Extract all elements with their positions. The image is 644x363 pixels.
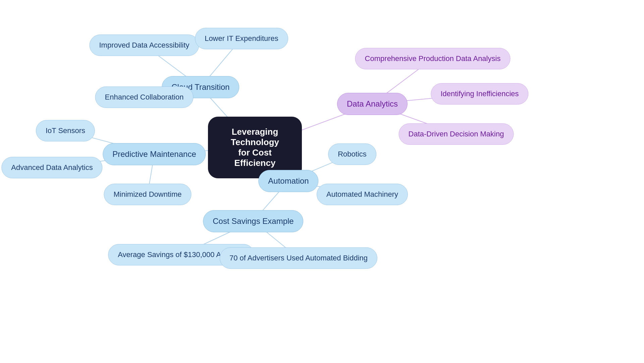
cost-savings-example-node[interactable]: Cost Savings Example	[203, 210, 303, 232]
center-node[interactable]: Leveraging Technology for Cost Efficienc…	[208, 117, 302, 178]
data-analytics-node[interactable]: Data Analytics	[337, 93, 408, 115]
automation-node[interactable]: Automation	[258, 170, 318, 192]
predictive-maintenance-node[interactable]: Predictive Maintenance	[103, 143, 206, 165]
iot-sensors-node[interactable]: IoT Sensors	[36, 120, 95, 141]
comprehensive-production-node[interactable]: Comprehensive Production Data Analysis	[355, 48, 511, 69]
automated-bidding-node[interactable]: 70 of Advertisers Used Automated Bidding	[220, 247, 377, 269]
minimized-downtime-node[interactable]: Minimized Downtime	[104, 184, 192, 205]
automated-machinery-node[interactable]: Automated Machinery	[317, 184, 408, 205]
robotics-node[interactable]: Robotics	[328, 143, 376, 165]
improved-data-accessibility-node[interactable]: Improved Data Accessibility	[90, 35, 199, 56]
data-driven-decision-node[interactable]: Data-Driven Decision Making	[399, 123, 514, 145]
identifying-inefficiencies-node[interactable]: Identifying Inefficiencies	[431, 83, 528, 105]
enhanced-collaboration-node[interactable]: Enhanced Collaboration	[95, 86, 194, 108]
advanced-data-analytics-node[interactable]: Advanced Data Analytics	[1, 157, 102, 178]
lower-it-expenditures-node[interactable]: Lower IT Expenditures	[195, 28, 288, 49]
